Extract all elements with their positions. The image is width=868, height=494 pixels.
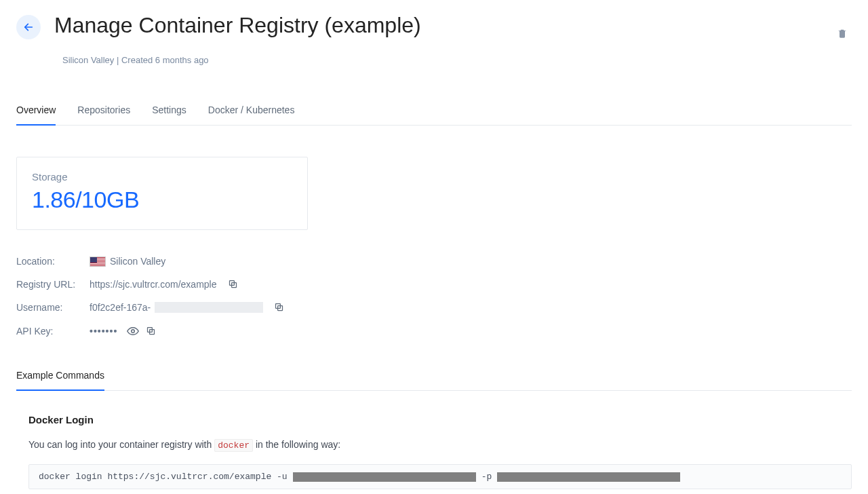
storage-value: 1.86/10GB bbox=[32, 187, 292, 213]
sub-tabs: Example Commands bbox=[16, 370, 852, 391]
docker-desc-pre: You can log into your container registry… bbox=[28, 439, 214, 450]
row-username: Username: f0f2c2ef-167a- bbox=[16, 302, 852, 313]
tab-docker-kubernetes[interactable]: Docker / Kubernetes bbox=[208, 104, 295, 125]
arrow-left-icon bbox=[23, 22, 34, 33]
main-tabs: Overview Repositories Settings Docker / … bbox=[16, 104, 852, 126]
docker-desc-post: in the following way: bbox=[256, 439, 340, 450]
cmd-prefix: docker login https://sjc.vultrcr.com/exa… bbox=[39, 472, 288, 482]
cmd-user-redacted bbox=[293, 472, 476, 482]
copy-icon bbox=[274, 302, 284, 312]
reveal-api-key-button[interactable] bbox=[127, 325, 139, 337]
svg-point-5 bbox=[132, 330, 135, 333]
back-button[interactable] bbox=[16, 15, 41, 39]
copy-icon bbox=[146, 326, 156, 336]
storage-label: Storage bbox=[32, 171, 292, 183]
row-registry-url: Registry URL: https://sjc.vultrcr.com/ex… bbox=[16, 279, 852, 290]
tab-overview[interactable]: Overview bbox=[16, 104, 56, 125]
delete-button[interactable] bbox=[833, 23, 852, 45]
eye-icon bbox=[127, 325, 139, 337]
docker-login-command[interactable]: docker login https://sjc.vultrcr.com/exa… bbox=[28, 464, 852, 489]
docker-login-heading: Docker Login bbox=[28, 414, 852, 425]
tab-settings[interactable]: Settings bbox=[152, 104, 186, 125]
tab-repositories[interactable]: Repositories bbox=[77, 104, 130, 125]
docker-inline-code: docker bbox=[214, 439, 253, 452]
registry-url-value: https://sjc.vultrcr.com/example bbox=[90, 279, 217, 290]
storage-card: Storage 1.86/10GB bbox=[16, 157, 308, 230]
api-key-masked: ••••••• bbox=[90, 326, 117, 337]
trash-icon bbox=[837, 27, 848, 39]
api-key-label: API Key: bbox=[16, 326, 90, 337]
docker-login-description: You can log into your container registry… bbox=[28, 439, 852, 451]
row-api-key: API Key: ••••••• bbox=[16, 325, 852, 337]
username-value: f0f2c2ef-167a- bbox=[90, 302, 151, 313]
copy-api-key-button[interactable] bbox=[146, 326, 157, 337]
page-subtitle: Silicon Valley | Created 6 months ago bbox=[62, 55, 852, 65]
cmd-pflag: -p bbox=[481, 472, 492, 482]
copy-icon bbox=[228, 279, 238, 289]
subtab-example-commands[interactable]: Example Commands bbox=[16, 370, 104, 390]
copy-username-button[interactable] bbox=[274, 302, 285, 313]
row-location: Location: Silicon Valley bbox=[16, 256, 852, 267]
us-flag-icon bbox=[90, 256, 106, 267]
copy-registry-url-button[interactable] bbox=[228, 279, 239, 290]
location-value: Silicon Valley bbox=[110, 256, 165, 267]
cmd-pass-redacted bbox=[497, 472, 680, 482]
username-label: Username: bbox=[16, 302, 90, 313]
username-redacted bbox=[155, 302, 263, 313]
location-label: Location: bbox=[16, 256, 90, 267]
page-title: Manage Container Registry (example) bbox=[54, 12, 421, 38]
registry-url-label: Registry URL: bbox=[16, 279, 90, 290]
